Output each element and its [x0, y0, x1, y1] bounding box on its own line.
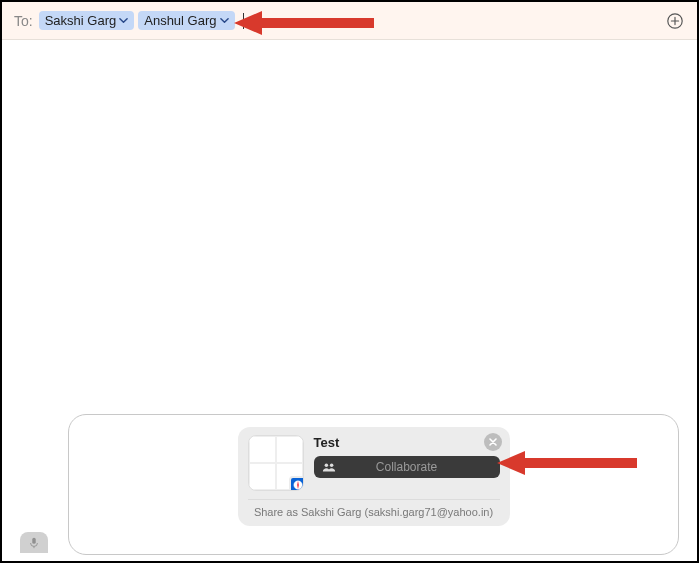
collaborate-button[interactable]: Collaborate [314, 456, 500, 478]
window-frame: To: Sakshi Garg Anshul Garg [0, 0, 699, 563]
to-input-caret[interactable] [243, 13, 244, 29]
to-label: To: [14, 13, 33, 29]
share-as-text: Share as Sakshi Garg (sakshi.garg71@yaho… [248, 506, 500, 518]
safari-badge-icon [289, 476, 304, 491]
recipient-chip[interactable]: Anshul Garg [138, 11, 234, 30]
attachment-title: Test [314, 435, 500, 450]
attachment-card: Test Collaborate Share as Sakshi Garg (s… [238, 427, 510, 526]
add-recipient-button[interactable] [663, 9, 687, 33]
close-attachment-button[interactable] [484, 433, 502, 451]
chevron-down-icon [220, 16, 229, 25]
to-bar: To: Sakshi Garg Anshul Garg [2, 2, 697, 40]
recipient-chip[interactable]: Sakshi Garg [39, 11, 135, 30]
svg-rect-2 [32, 537, 35, 543]
collaborate-label: Collaborate [376, 460, 437, 474]
attachment-thumbnail [248, 435, 304, 491]
svg-point-6 [329, 464, 333, 468]
chevron-down-icon [119, 16, 128, 25]
recipient-name: Sakshi Garg [45, 13, 117, 28]
message-input-area[interactable]: Test Collaborate Share as Sakshi Garg (s… [68, 414, 679, 555]
svg-point-5 [324, 464, 328, 468]
recipient-name: Anshul Garg [144, 13, 216, 28]
audio-button[interactable] [20, 532, 48, 553]
message-bubble: Test Collaborate Share as Sakshi Garg (s… [68, 414, 679, 555]
people-icon [322, 462, 336, 472]
